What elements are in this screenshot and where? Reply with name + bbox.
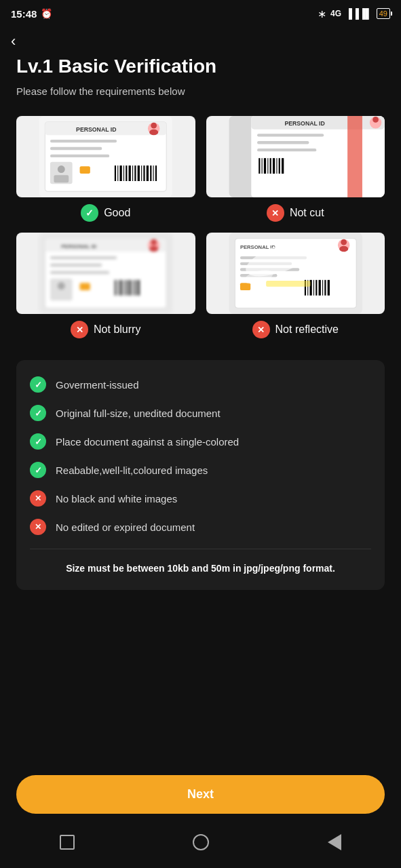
- network-icon: 4G: [330, 9, 341, 18]
- svg-rect-16: [117, 165, 118, 181]
- size-note: Size must be between 10kb and 50m in jpg…: [30, 549, 371, 574]
- svg-rect-48: [278, 158, 280, 174]
- not-blurry-x-icon: [71, 321, 88, 338]
- svg-rect-29: [155, 165, 157, 181]
- id-card-not-reflective-label: Not reflective: [252, 321, 339, 338]
- svg-rect-25: [143, 165, 145, 181]
- svg-rect-21: [132, 165, 133, 181]
- req-item-0: Goverment-issued: [30, 376, 371, 393]
- svg-rect-72: [134, 280, 136, 296]
- id-card-not-reflective-image: PERSONAL ID: [206, 233, 385, 314]
- svg-text:PERSONAL ID: PERSONAL ID: [284, 120, 324, 127]
- nav-square-button[interactable]: [55, 830, 79, 854]
- svg-rect-92: [322, 280, 323, 296]
- svg-rect-41: [259, 158, 260, 174]
- req-x-5: [30, 519, 46, 535]
- status-bar: 15:48 ⏰ ∗ 4G ▐▐▐▌ 49: [0, 0, 401, 24]
- svg-point-62: [58, 282, 65, 290]
- svg-rect-89: [313, 280, 313, 296]
- id-card-not-blurry-label: Not blurry: [71, 321, 140, 338]
- square-icon: [60, 835, 75, 850]
- id-card-good-image: PERSONAL ID: [16, 116, 195, 197]
- svg-rect-47: [276, 158, 277, 174]
- svg-rect-58: [50, 256, 117, 259]
- svg-rect-24: [141, 165, 142, 181]
- req-item-3: Reabable,well-lit,coloured images: [30, 462, 371, 478]
- svg-rect-50: [347, 116, 362, 197]
- svg-text:PERSONAL ID: PERSONAL ID: [61, 243, 96, 250]
- req-item-2: Place document against a single-colored: [30, 433, 371, 450]
- home-icon: [193, 834, 209, 850]
- req-check-1: [30, 405, 46, 421]
- req-check-3: [30, 462, 46, 478]
- svg-rect-70: [129, 280, 131, 296]
- id-card-not-blurry: PERSONAL ID: [16, 233, 195, 338]
- status-time: 15:48: [11, 8, 37, 20]
- svg-point-6: [149, 130, 158, 136]
- svg-rect-36: [257, 134, 324, 136]
- battery-icon: 49: [377, 8, 390, 19]
- svg-rect-27: [150, 165, 151, 181]
- svg-rect-93: [324, 280, 326, 296]
- req-check-0: [30, 376, 46, 393]
- svg-rect-26: [147, 165, 149, 181]
- not-reflective-x-icon: [252, 321, 270, 338]
- svg-rect-18: [123, 165, 124, 181]
- svg-rect-60: [50, 271, 109, 274]
- svg-rect-68: [123, 280, 124, 296]
- id-card-not-cut-image: PERSONAL ID: [206, 116, 385, 197]
- svg-point-78: [341, 239, 347, 245]
- svg-rect-49: [282, 158, 284, 174]
- req-text-1: Original full-size, unedited document: [56, 408, 221, 419]
- back-button[interactable]: ‹: [0, 24, 26, 56]
- nav-home-button[interactable]: [189, 830, 213, 854]
- req-text-5: No edited or expired document: [56, 521, 195, 533]
- nav-back-button[interactable]: [322, 830, 347, 854]
- status-icons: ∗ 4G ▐▐▐▌ 49: [318, 7, 390, 20]
- svg-rect-43: [263, 158, 265, 174]
- id-cards-grid: PERSONAL ID: [16, 116, 385, 338]
- req-text-2: Place document against a single-colored: [56, 436, 239, 448]
- req-text-4: No black and white images: [56, 493, 177, 505]
- page-content: Lv.1 Basic Verification Please follow th…: [0, 56, 401, 590]
- svg-rect-17: [119, 165, 121, 181]
- req-item-1: Original full-size, unedited document: [30, 405, 371, 421]
- svg-point-35: [373, 117, 379, 123]
- svg-rect-66: [117, 280, 118, 296]
- svg-rect-28: [153, 165, 154, 181]
- svg-point-5: [151, 123, 157, 129]
- req-text-3: Reabable,well-lit,coloured images: [56, 465, 208, 476]
- id-card-not-cut-label: Not cut: [267, 204, 324, 222]
- svg-rect-46: [272, 158, 274, 174]
- svg-rect-20: [129, 165, 131, 181]
- svg-rect-44: [267, 158, 268, 174]
- svg-rect-13: [80, 166, 90, 174]
- req-x-4: [30, 490, 46, 507]
- svg-rect-59: [50, 264, 102, 267]
- svg-rect-45: [269, 158, 271, 174]
- svg-rect-38: [257, 149, 316, 151]
- next-button[interactable]: Next: [16, 775, 385, 814]
- req-item-4: No black and white images: [30, 490, 371, 507]
- svg-point-79: [339, 246, 348, 252]
- svg-rect-67: [119, 280, 121, 296]
- svg-rect-7: [50, 140, 117, 142]
- svg-rect-23: [138, 165, 140, 181]
- bluetooth-icon: ∗: [318, 7, 326, 20]
- svg-rect-97: [266, 281, 310, 287]
- svg-rect-40: [257, 157, 294, 175]
- bottom-nav: [0, 822, 401, 868]
- req-text-0: Goverment-issued: [56, 379, 139, 391]
- id-card-not-reflective: PERSONAL ID: [206, 233, 385, 338]
- svg-rect-19: [126, 165, 127, 181]
- svg-point-11: [58, 165, 65, 173]
- svg-rect-71: [132, 280, 133, 296]
- signal-icon: ▐▐▐▌: [345, 8, 373, 19]
- svg-rect-42: [261, 158, 262, 174]
- id-card-good: PERSONAL ID: [16, 116, 195, 222]
- id-card-not-blurry-image: PERSONAL ID: [16, 233, 195, 314]
- back-icon: [328, 834, 341, 850]
- svg-rect-63: [80, 283, 90, 290]
- svg-rect-91: [318, 280, 320, 296]
- req-item-5: No edited or expired document: [30, 519, 371, 535]
